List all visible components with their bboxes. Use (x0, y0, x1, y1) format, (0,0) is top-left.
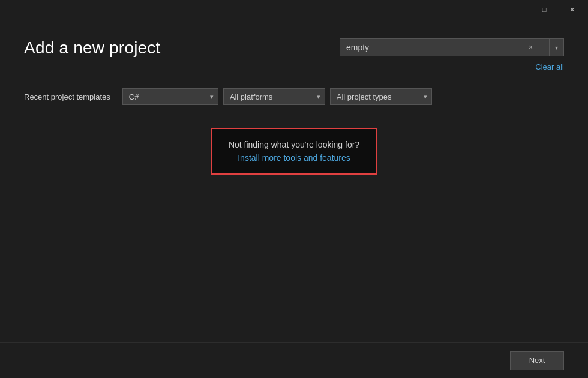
maximize-button[interactable]: □ (530, 0, 558, 19)
results-area: Not finding what you're looking for? Ins… (24, 122, 564, 175)
search-input[interactable] (340, 38, 550, 56)
main-content: Add a new project × ▾ Clear all Recent p… (0, 19, 588, 378)
install-tools-link[interactable]: Install more tools and features (229, 153, 359, 163)
filter-row: Recent project templates C# All language… (24, 88, 564, 105)
close-icon: ✕ (569, 6, 575, 14)
section-label: Recent project templates (24, 92, 110, 101)
clear-all-button[interactable]: Clear all (535, 62, 564, 71)
bottom-bar: Next (0, 342, 588, 378)
search-dropdown-icon: ▾ (555, 44, 558, 51)
title-bar: □ ✕ (530, 0, 588, 19)
project-type-select-wrapper: All project types Cloud Console Desktop … (330, 88, 432, 105)
search-input-wrapper: × (340, 38, 550, 56)
search-row: × ▾ (340, 38, 564, 56)
platform-select[interactable]: All platforms Android Azure Cloud Deskto… (223, 88, 325, 105)
platform-select-wrapper: All platforms Android Azure Cloud Deskto… (223, 88, 325, 105)
not-finding-box: Not finding what you're looking for? Ins… (211, 128, 377, 175)
page-title: Add a new project (24, 38, 161, 58)
language-select[interactable]: C# All languages C++ F# Python TypeScrip… (122, 88, 218, 105)
project-type-select[interactable]: All project types Cloud Console Desktop … (330, 88, 432, 105)
header-right: × ▾ Clear all (340, 38, 564, 71)
not-finding-text: Not finding what you're looking for? (229, 140, 359, 149)
search-clear-icon: × (529, 43, 533, 52)
maximize-icon: □ (542, 6, 547, 13)
search-dropdown-button[interactable]: ▾ (550, 38, 564, 56)
header-row: Add a new project × ▾ Clear all (24, 38, 564, 71)
next-button[interactable]: Next (510, 351, 564, 370)
search-clear-button[interactable]: × (526, 44, 535, 51)
language-select-wrapper: C# All languages C++ F# Python TypeScrip… (122, 88, 218, 105)
close-button[interactable]: ✕ (558, 0, 586, 19)
